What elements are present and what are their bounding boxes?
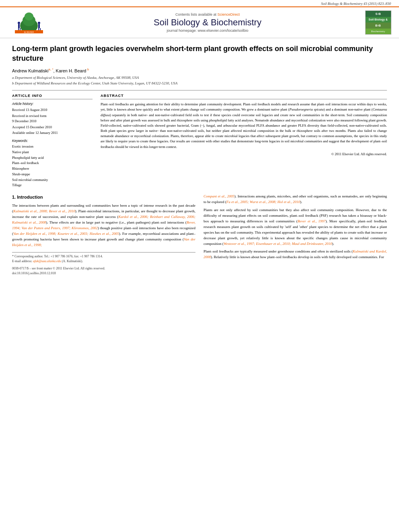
elsevier-logo-area: ELSEVIER	[5, 12, 53, 34]
journal-title: Soil Biology & Biochemistry	[53, 17, 362, 28]
authors-line: Andrew Kulmatiskia, *, Karen H. Beard b	[12, 68, 387, 73]
footnote-area: * Corresponding author. Tel.: +1 907 786…	[12, 252, 195, 264]
svg-rect-5	[18, 24, 20, 28]
email-note: E-mail address: afak@uaa.alaska.edu (A. …	[12, 259, 195, 264]
header-divider	[12, 90, 387, 90]
affiliation-a: a Department of Biological Sciences, Uni…	[12, 75, 387, 81]
corresponding-author-note: * Corresponding author. Tel.: +1 907 786…	[12, 254, 195, 259]
email-link[interactable]: afak@uaa.alaska.edu	[33, 259, 61, 263]
sciencedirect-link[interactable]: ScienceDirect	[218, 12, 240, 16]
body-columns: 1. Introduction The interactions between…	[12, 194, 387, 276]
sciencedirect-info: Contents lists available at ScienceDirec…	[53, 12, 362, 16]
body-content: 1. Introduction The interactions between…	[12, 194, 387, 276]
keyword-3: Phospholipid fatty acid	[12, 155, 93, 160]
accepted-date: Accepted 15 December 2010	[12, 125, 93, 130]
available-date: Available online 12 January 2011	[12, 130, 93, 136]
section1-heading: 1. Introduction	[12, 194, 195, 201]
svg-text:ELSEVIER: ELSEVIER	[24, 31, 34, 33]
footer-notes: 0038-0717/$ – see front matter © 2011 El…	[12, 266, 195, 276]
body-left-col: 1. Introduction The interactions between…	[12, 194, 195, 276]
history-label: Article history:	[12, 102, 93, 106]
article-info-label: ARTICLE INFO	[12, 94, 93, 99]
issn-note: 0038-0717/$ – see front matter © 2011 El…	[12, 266, 195, 271]
keyword-2: Native plant	[12, 150, 93, 155]
article-info-col: ARTICLE INFO Article history: Received 1…	[12, 94, 93, 188]
copyright-line: © 2011 Elsevier Ltd. All rights reserved…	[101, 152, 387, 156]
received-date: Received 13 August 2010	[12, 107, 93, 113]
affiliation-b: b Department of Wildland Resources and t…	[12, 81, 387, 86]
abstract-label: ABSTRACT	[101, 94, 387, 99]
journal-header: ELSEVIER Contents lists available at Sci…	[0, 6, 399, 38]
journal-homepage: journal homepage: www.elsevier.com/locat…	[53, 29, 362, 33]
svg-rect-9	[38, 24, 40, 28]
sbb-logo-area: S·B Soil Biology & B·B Biochemistry	[362, 10, 394, 35]
elsevier-tree-icon: ELSEVIER	[11, 12, 47, 34]
thought-word: thought	[146, 209, 158, 213]
keyword-1: Exotic invasion	[12, 144, 93, 149]
right-para2: Plants are not only affected by soil com…	[204, 207, 387, 247]
svg-point-4	[18, 22, 20, 24]
journal-title-area: Contents lists available at ScienceDirec…	[53, 12, 362, 33]
section1-number: 1.	[12, 195, 16, 199]
keyword-5: Rhizosphere	[12, 166, 93, 171]
right-para1: Compant et al., 2005). Interactions amon…	[204, 194, 387, 205]
abstract-text: Plant–soil feedbacks are gaining attenti…	[101, 102, 387, 150]
keywords-list: Exotic invasion Native plant Phospholipi…	[12, 144, 93, 188]
author-kulmatiski: Andrew Kulmatiski	[12, 68, 48, 73]
doi-note: doi:10.1016/j.soilbio.2010.12.018	[12, 271, 195, 276]
affiliations: a Department of Biological Sciences, Uni…	[12, 75, 387, 86]
svg-point-3	[25, 12, 33, 21]
sbb-journal-logo: S·B Soil Biology & B·B Biochemistry	[365, 10, 391, 35]
article-title: Long-term plant growth legacies overwhel…	[12, 44, 387, 64]
abstract-col: ABSTRACT Plant–soil feedbacks are gainin…	[101, 94, 387, 188]
with-word: with	[321, 255, 328, 259]
keyword-8: Tillage	[12, 183, 93, 188]
keyword-6: Shrub-steppe	[12, 172, 93, 177]
journal-reference: Soil Biology & Biochemistry 43 (2011) 82…	[321, 2, 391, 6]
revised-date: Received in revised form9 December 2010	[12, 113, 93, 124]
main-content: Long-term plant growth legacies overwhel…	[0, 38, 399, 280]
right-para3: Plant–soil feedbacks are typically measu…	[204, 249, 387, 260]
article-info-abstract: ARTICLE INFO Article history: Received 1…	[12, 94, 387, 188]
body-right-col: Compant et al., 2005). Interactions amon…	[204, 194, 387, 276]
keyword-7: Soil microbial community	[12, 177, 93, 183]
keyword-4: Plant–soil feedback	[12, 160, 93, 166]
keywords-label: Keywords:	[12, 139, 93, 143]
journal-ref-bar: Soil Biology & Biochemistry 43 (2011) 82…	[0, 0, 399, 6]
svg-point-8	[38, 22, 40, 24]
intro-para1: The interactions between plants and surr…	[12, 203, 195, 248]
section1-title: Introduction	[17, 195, 43, 199]
